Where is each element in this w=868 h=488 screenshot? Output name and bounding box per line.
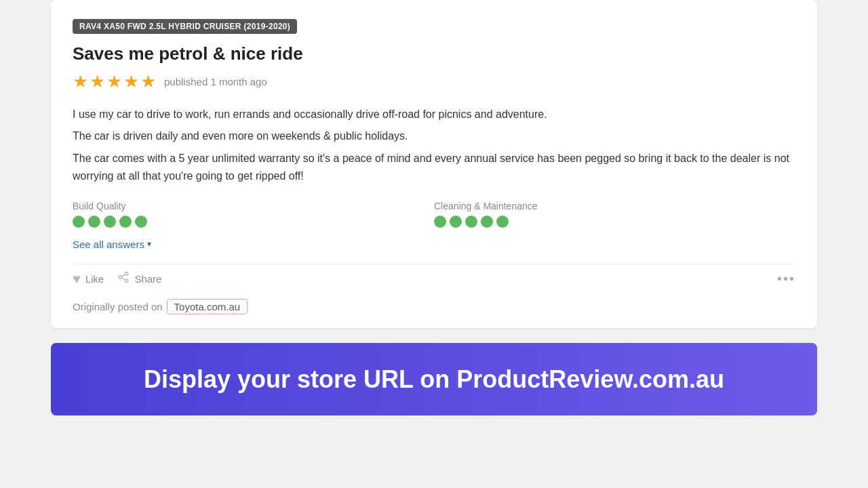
action-buttons-left: ♥ Like Share <box>73 271 161 287</box>
review-line-3: The car comes with a 5 year unlimited wa… <box>73 150 795 186</box>
dot-4 <box>119 216 132 228</box>
dot-c2 <box>450 216 462 228</box>
see-all-answers-label: See all answers <box>73 239 144 250</box>
svg-line-3 <box>122 278 125 280</box>
dot-3 <box>104 216 116 228</box>
share-label: Share <box>134 273 161 285</box>
dot-1 <box>73 216 85 228</box>
review-body: I use my car to drive to work, run erran… <box>73 106 795 186</box>
review-line-1: I use my car to drive to work, run erran… <box>73 106 795 123</box>
cleaning-maintenance-dots <box>434 216 795 228</box>
dot-c5 <box>496 216 509 228</box>
dot-2 <box>88 216 100 228</box>
cleaning-maintenance-label: Cleaning & Maintenance <box>434 201 795 211</box>
review-card: RAV4 XA50 FWD 2.5L HYBRID CRUISER (2019-… <box>51 0 817 328</box>
build-quality-dots <box>73 216 434 228</box>
svg-line-4 <box>122 274 125 276</box>
more-options-button[interactable]: ••• <box>777 271 795 287</box>
like-button[interactable]: ♥ Like <box>73 271 104 287</box>
like-label: Like <box>85 273 104 285</box>
share-button[interactable]: Share <box>117 271 161 287</box>
dot-c3 <box>465 216 477 228</box>
ellipsis-icon: ••• <box>777 271 795 286</box>
dot-c1 <box>434 216 446 228</box>
action-row: ♥ Like Share <box>73 264 795 296</box>
originally-posted: Originally posted on Toyota.com.au <box>73 296 795 314</box>
review-line-2: The car is driven daily and even more on… <box>73 127 795 145</box>
review-title: Saves me petrol & nice ride <box>73 43 795 64</box>
promotional-banner[interactable]: Display your store URL on ProductReview.… <box>51 343 817 415</box>
star-rating: ★★★★★ <box>73 71 157 92</box>
banner-text: Display your store URL on ProductReview.… <box>144 365 724 394</box>
posted-source-link[interactable]: Toyota.com.au <box>167 299 248 314</box>
model-badge: RAV4 XA50 FWD 2.5L HYBRID CRUISER (2019-… <box>73 19 297 34</box>
dot-c4 <box>481 216 493 228</box>
published-date: published 1 month ago <box>164 76 267 87</box>
ratings-grid: Build Quality Cleaning & Maintenance <box>73 201 795 228</box>
build-quality-label: Build Quality <box>73 201 434 211</box>
rating-row: ★★★★★ published 1 month ago <box>73 71 795 92</box>
build-quality-rating: Build Quality <box>73 201 434 228</box>
dot-5 <box>135 216 147 228</box>
chevron-down-icon: ▾ <box>147 239 151 249</box>
cleaning-maintenance-rating: Cleaning & Maintenance <box>434 201 795 228</box>
see-all-answers-link[interactable]: See all answers ▾ <box>73 239 151 250</box>
originally-posted-prefix: Originally posted on <box>73 301 163 312</box>
heart-icon: ♥ <box>73 271 81 287</box>
share-icon <box>117 271 130 287</box>
